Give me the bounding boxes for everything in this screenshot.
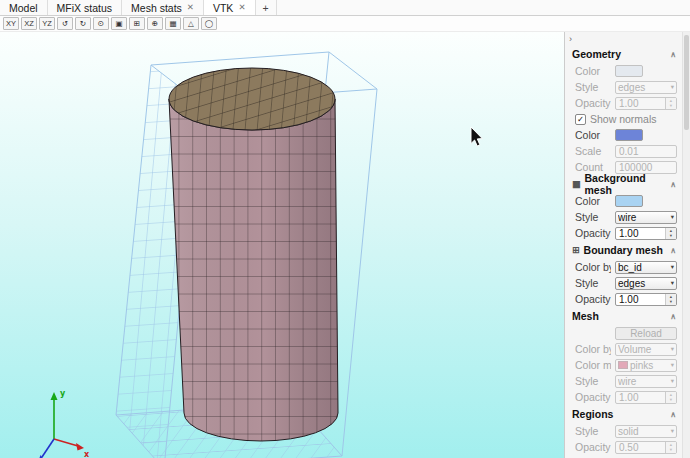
close-icon[interactable]: ✕ [187,3,194,12]
section-header-background-mesh[interactable]: ▦ Background mesh ∧ [565,175,682,193]
regions-opacity-spinbox[interactable]: 0.50 ▴ ▾ [615,441,677,454]
spin-down-icon[interactable]: ▾ [670,299,672,304]
mesh-style-row: Style wire ▾ [565,373,682,389]
screenshot-button[interactable]: ▣ [111,17,127,30]
show-normals-row: ✓ Show normals [565,111,682,127]
regions-style-row: Style solid ▾ [565,423,682,439]
tab-add[interactable]: + [256,0,277,15]
reset-view-button[interactable]: ⊙ [93,17,109,30]
collapse-icon[interactable]: ∧ [670,246,676,255]
axis-x-label: x [84,450,90,458]
plus-icon: + [263,2,269,14]
mesh-colorby-row: Color by Volume ▾ [565,341,682,357]
spinbox-arrows[interactable]: ▴ ▾ [665,98,676,109]
spinbox-arrows[interactable]: ▴ ▾ [665,442,676,453]
bgmesh-style-combobox[interactable]: wire ▾ [615,211,677,224]
row-label: Color [575,65,611,77]
spin-down-icon[interactable]: ▾ [670,447,672,452]
collapse-icon[interactable]: ∧ [670,312,676,321]
colormap-swatch [618,361,628,369]
boundary-colorby-combobox[interactable]: bc_id ▾ [615,261,677,274]
cylinder-top-grid [169,68,335,130]
row-label: Color by [575,343,611,355]
toggle-mesh-button[interactable]: ◯ [201,17,217,30]
section-title: Regions [572,408,613,420]
normals-color-row: Color [565,127,682,143]
center-view-button[interactable]: ⊕ [147,17,163,30]
tab-mfix-status[interactable]: MFiX status [48,0,122,15]
geometry-color-row: Color [565,63,682,79]
view-xy-button[interactable]: XY [3,17,19,30]
collapse-icon[interactable]: ∧ [670,180,676,189]
toggle-geometry-button[interactable]: △ [183,17,199,30]
tab-vtk[interactable]: VTK ✕ [204,0,256,15]
regions-opacity-row: Opacity 0.50 ▴ ▾ [565,439,682,455]
vertical-scrollbar[interactable] [682,32,690,458]
panel-collapse-chevron[interactable]: › [565,33,682,45]
chevron-down-icon: ▾ [671,83,674,91]
chevron-down-icon: ▾ [671,279,674,287]
row-label: Style [575,81,611,93]
boundary-opacity-spinbox[interactable]: 1.00 ▴ ▾ [615,293,677,306]
combobox-value: edges [618,82,669,93]
section-header-geometry[interactable]: Geometry ∧ [565,45,682,63]
close-icon[interactable]: ✕ [238,3,245,12]
spinbox-value: 0.50 [616,442,665,453]
geometry-style-combobox[interactable]: edges ▾ [615,81,677,94]
bgmesh-color-swatch[interactable] [615,195,643,207]
normals-color-swatch[interactable] [615,129,643,141]
row-label: Opacity [575,441,611,453]
tab-model[interactable]: Model [0,0,48,15]
chevron-down-icon: ▾ [671,427,674,435]
geometry-color-swatch[interactable] [615,65,643,77]
perspective-button[interactable]: ⊞ [129,17,145,30]
spinbox-arrows[interactable]: ▴ ▾ [665,294,676,305]
spin-down-icon[interactable]: ▾ [670,397,672,402]
geometry-opacity-spinbox[interactable]: 1.00 ▴ ▾ [615,97,677,110]
reload-button[interactable]: Reload [615,327,677,340]
normals-scale-field[interactable]: 0.01 [615,145,677,158]
section-title: Geometry [572,48,621,60]
mesh-colorby-combobox[interactable]: Volume ▾ [615,343,677,356]
combobox-value: wire [618,212,669,223]
toggle-grid-button[interactable]: ▦ [165,17,181,30]
boundary-style-combobox[interactable]: edges ▾ [615,277,677,290]
mesh-colormap-combobox[interactable]: pinks ▾ [615,359,677,372]
scrollbar-thumb[interactable] [684,35,689,130]
tab-mesh-stats[interactable]: Mesh stats ✕ [122,0,204,15]
field-value: 100000 [619,162,652,173]
row-label: Color map [575,359,611,371]
row-label: Color [575,195,611,207]
section-title: Background mesh [585,172,667,196]
bgmesh-opacity-row: Opacity 1.00 ▴ ▾ [565,225,682,241]
view-yz-button[interactable]: YZ [39,17,55,30]
spinbox-value: 1.00 [616,294,665,305]
section-header-boundary-mesh[interactable]: ⊞ Boundary mesh ∧ [565,241,682,259]
rotate-right-button[interactable]: ↻ [75,17,91,30]
view-xz-button[interactable]: XZ [21,17,37,30]
collapse-icon[interactable]: ∧ [670,410,676,419]
check-icon: ✓ [577,114,584,124]
spin-down-icon[interactable]: ▾ [670,103,672,108]
vtk-viewport[interactable]: y x z [0,32,564,458]
mesh-style-combobox[interactable]: wire ▾ [615,375,677,388]
rotate-left-button[interactable]: ↺ [57,17,73,30]
collapse-icon[interactable]: ∧ [670,50,676,59]
spinbox-arrows[interactable]: ▴ ▾ [665,392,676,403]
row-label: Scale [575,145,611,157]
section-header-mesh[interactable]: Mesh ∧ [565,307,682,325]
section-header-regions[interactable]: Regions ∧ [565,405,682,423]
vtk-sidebar: › Geometry ∧ Color Style edges ▾ Opacity [564,32,682,458]
spinbox-arrows[interactable]: ▴ ▾ [665,228,676,239]
bgmesh-opacity-spinbox[interactable]: 1.00 ▴ ▾ [615,227,677,240]
combobox-value: bc_id [618,262,669,273]
regions-style-combobox[interactable]: solid ▾ [615,425,677,438]
row-label: Opacity [575,391,611,403]
show-normals-checkbox[interactable]: ✓ [575,114,586,125]
spinbox-value: 1.00 [616,98,665,109]
boundary-opacity-row: Opacity 1.00 ▴ ▾ [565,291,682,307]
mesh-opacity-spinbox[interactable]: 1.00 ▴ ▾ [615,391,677,404]
mesh-reload-row: Reload [565,325,682,341]
geometry-style-row: Style edges ▾ [565,79,682,95]
spin-down-icon[interactable]: ▾ [670,233,672,238]
